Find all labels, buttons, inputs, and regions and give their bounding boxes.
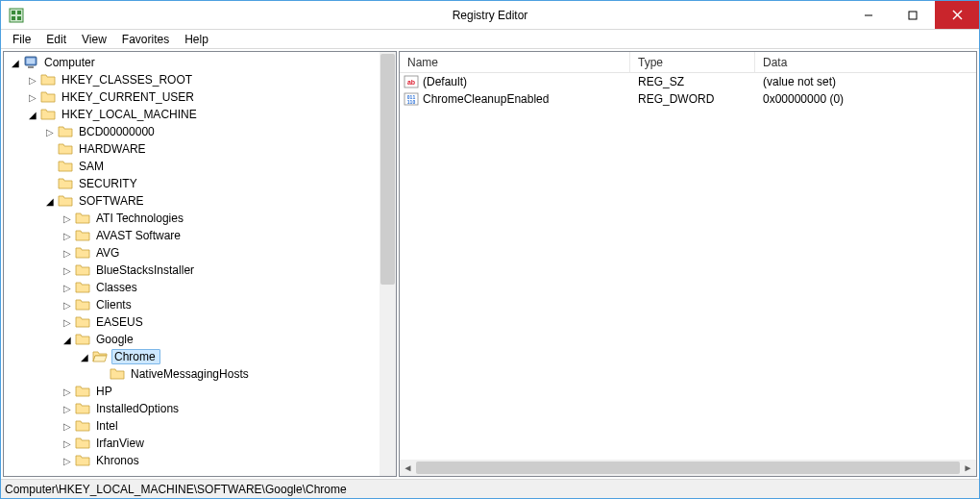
- value-type-cell: REG_DWORD: [630, 92, 755, 106]
- menu-favorites[interactable]: Favorites: [114, 31, 177, 48]
- tree-item[interactable]: ▷Classes: [4, 279, 396, 296]
- expander-icon[interactable]: ▷: [60, 384, 75, 399]
- tree-item-label: Clients: [94, 298, 134, 312]
- list-row[interactable]: ChromeCleanupEnabledREG_DWORD0x00000000 …: [400, 90, 976, 108]
- col-data[interactable]: Data: [755, 52, 976, 72]
- tree-scrollbar[interactable]: [380, 52, 396, 476]
- expander-icon[interactable]: ▷: [25, 72, 40, 87]
- tree-item[interactable]: ▷NativeMessagingHosts: [4, 365, 396, 383]
- list-body[interactable]: (Default)REG_SZ(value not set)ChromeClea…: [400, 73, 976, 460]
- menu-view[interactable]: View: [74, 31, 114, 48]
- expander-icon[interactable]: ▷: [60, 453, 75, 468]
- hscroll-track[interactable]: [416, 460, 960, 476]
- tree-item[interactable]: ▷HP: [4, 383, 396, 400]
- expander-icon[interactable]: ◢: [8, 55, 23, 70]
- tree-item[interactable]: ▷SAM: [4, 158, 396, 175]
- tree-item-label: HKEY_CLASSES_ROOT: [60, 73, 194, 87]
- hscroll-left-icon[interactable]: ◄: [400, 460, 416, 476]
- expander-icon[interactable]: ▷: [60, 297, 75, 312]
- col-name[interactable]: Name: [400, 52, 630, 72]
- value-name-cell: ChromeCleanupEnabled: [400, 91, 630, 107]
- expander-icon[interactable]: ◢: [60, 332, 75, 347]
- expander-icon[interactable]: ▷: [25, 89, 40, 105]
- maximize-button[interactable]: [891, 1, 935, 29]
- tree-item[interactable]: ◢Google: [4, 331, 396, 348]
- tree-item[interactable]: ▷BCD00000000: [4, 123, 396, 140]
- minimize-button[interactable]: [846, 1, 891, 29]
- menu-edit[interactable]: Edit: [38, 31, 74, 48]
- tree-item[interactable]: ▷IrfanView: [4, 435, 396, 452]
- tree-item[interactable]: ▷ATI Technologies: [4, 210, 396, 227]
- menubar: File Edit View Favorites Help: [1, 30, 979, 49]
- expander-icon[interactable]: ◢: [42, 193, 58, 209]
- menu-file[interactable]: File: [5, 31, 38, 48]
- value-name-cell: (Default): [400, 74, 630, 89]
- folder-icon: [75, 332, 90, 347]
- tree-item-label: BCD00000000: [77, 125, 157, 138]
- folder-icon: [110, 366, 125, 382]
- tree-item-label: HKEY_CURRENT_USER: [60, 90, 196, 104]
- tree-item[interactable]: ▷EASEUS: [4, 313, 396, 331]
- folder-icon: [75, 418, 90, 434]
- tree-item-label: AVAST Software: [94, 229, 183, 242]
- expander-icon[interactable]: ▷: [60, 436, 75, 451]
- tree-item[interactable]: ▷HKEY_CURRENT_USER: [4, 88, 396, 106]
- folder-icon: [75, 262, 90, 278]
- hscroll-thumb[interactable]: [416, 462, 960, 474]
- list-row[interactable]: (Default)REG_SZ(value not set): [400, 73, 976, 90]
- tree-item-label: SOFTWARE: [77, 194, 146, 208]
- list-header: Name Type Data: [400, 52, 976, 73]
- list-hscrollbar[interactable]: ◄ ►: [400, 460, 976, 476]
- tree-item[interactable]: ◢HKEY_LOCAL_MACHINE: [4, 106, 396, 123]
- expander-icon[interactable]: ▷: [60, 418, 75, 434]
- folder-open-icon: [92, 349, 108, 364]
- tree-item[interactable]: ▷SECURITY: [4, 175, 396, 192]
- tree-item[interactable]: ▷HARDWARE: [4, 140, 396, 158]
- tree-view[interactable]: ◢Computer▷HKEY_CLASSES_ROOT▷HKEY_CURRENT…: [4, 52, 396, 476]
- expander-icon[interactable]: ▷: [60, 280, 75, 295]
- tree-item[interactable]: ◢Computer: [4, 54, 396, 71]
- expander-icon[interactable]: ▷: [60, 262, 75, 278]
- expander-icon[interactable]: ▷: [60, 228, 75, 243]
- tree-item[interactable]: ▷Clients: [4, 296, 396, 313]
- folder-icon: [58, 176, 73, 191]
- tree-item[interactable]: ▷AVAST Software: [4, 227, 396, 244]
- svg-rect-14: [909, 12, 917, 19]
- folder-icon: [58, 193, 73, 209]
- status-path: Computer\HKEY_LOCAL_MACHINE\SOFTWARE\Goo…: [5, 483, 347, 496]
- folder-icon: [58, 159, 73, 174]
- expander-icon[interactable]: ▷: [60, 245, 75, 261]
- expander-icon[interactable]: ◢: [77, 349, 92, 364]
- folder-icon: [40, 107, 56, 122]
- tree-item[interactable]: ▷BlueStacksInstaller: [4, 262, 396, 279]
- tree-item[interactable]: ▷Khronos: [4, 452, 396, 469]
- tree-item[interactable]: ▷Intel: [4, 417, 396, 435]
- folder-icon: [75, 211, 90, 226]
- tree-item-label: SAM: [77, 160, 106, 173]
- tree-item[interactable]: ◢SOFTWARE: [4, 192, 396, 210]
- folder-icon: [40, 89, 56, 105]
- tree-item-label: HARDWARE: [77, 142, 148, 156]
- expander-icon[interactable]: ▷: [42, 124, 58, 139]
- tree-pane: ◢Computer▷HKEY_CLASSES_ROOT▷HKEY_CURRENT…: [3, 51, 397, 477]
- tree-item[interactable]: ▷AVG: [4, 244, 396, 262]
- expander-icon[interactable]: ▷: [60, 211, 75, 226]
- value-name: ChromeCleanupEnabled: [423, 92, 549, 106]
- tree-item-label: NativeMessagingHosts: [129, 367, 251, 381]
- window-title: Registry Editor: [1, 9, 979, 22]
- tree-scrollbar-thumb[interactable]: [380, 54, 395, 285]
- close-button[interactable]: [935, 1, 979, 29]
- folder-icon: [40, 72, 56, 87]
- menu-help[interactable]: Help: [177, 31, 216, 48]
- col-type[interactable]: Type: [630, 52, 755, 72]
- folder-icon: [58, 141, 73, 157]
- folder-icon: [75, 297, 90, 312]
- tree-item[interactable]: ▷HKEY_CLASSES_ROOT: [4, 71, 396, 88]
- expander-icon[interactable]: ▷: [60, 314, 75, 330]
- tree-item-label: IrfanView: [94, 437, 146, 450]
- hscroll-right-icon[interactable]: ►: [960, 460, 976, 476]
- tree-item[interactable]: ◢Chrome: [4, 348, 396, 365]
- expander-icon[interactable]: ◢: [25, 107, 40, 122]
- tree-item[interactable]: ▷InstalledOptions: [4, 400, 396, 417]
- expander-icon[interactable]: ▷: [60, 401, 75, 416]
